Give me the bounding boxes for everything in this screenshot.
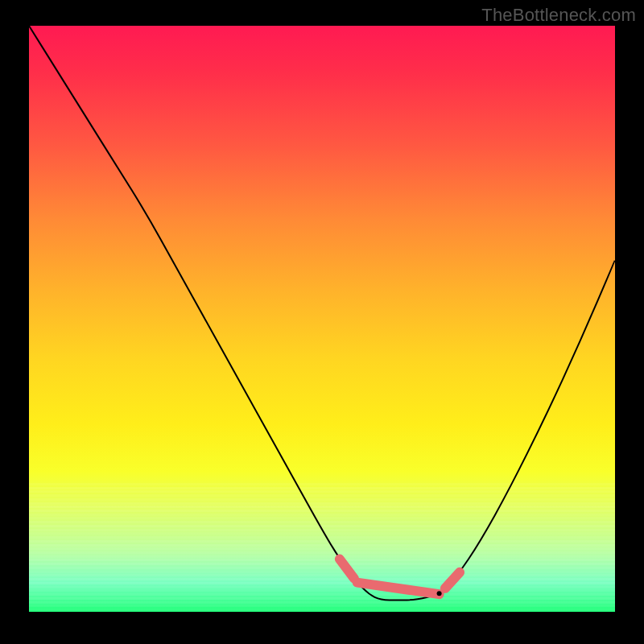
optimal-range-marker-bottom (357, 583, 440, 595)
bottleneck-curve-line (29, 26, 615, 600)
watermark-text: TheBottleneck.com (481, 5, 636, 26)
optimal-range-markers (340, 559, 460, 596)
curve-point-dot (437, 591, 442, 596)
bottleneck-chart (29, 26, 615, 612)
optimal-range-marker-right (445, 572, 460, 588)
optimal-range-marker-left (340, 559, 354, 578)
